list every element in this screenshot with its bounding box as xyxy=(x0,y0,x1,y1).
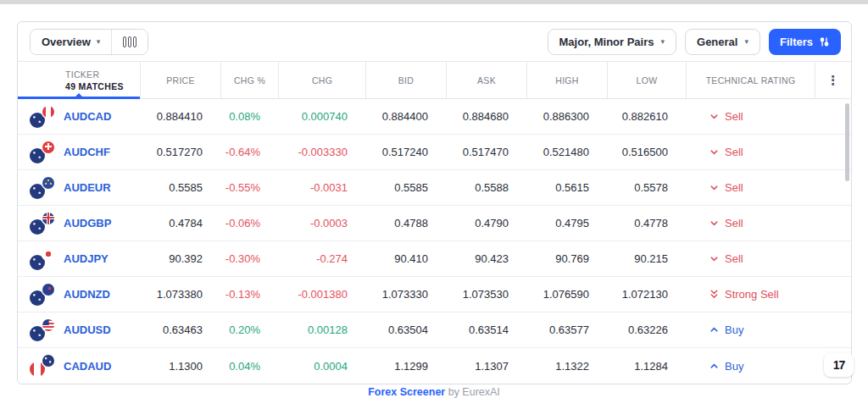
chg-cell: -0.274 xyxy=(279,241,366,276)
ask-cell: 1.1307 xyxy=(447,348,527,384)
chevron-down-icon: ▾ xyxy=(661,38,665,46)
rating-label: Sell xyxy=(725,181,743,194)
vertical-scrollbar-thumb[interactable] xyxy=(845,103,849,181)
chg-cell: 0.0004 xyxy=(279,348,366,384)
column-header-price[interactable]: PRICE xyxy=(141,62,221,98)
ticker-cell: AUDNZD xyxy=(18,277,141,312)
ask-header-label: ASK xyxy=(477,75,496,86)
ask-cell: 0.5588 xyxy=(447,170,527,205)
ticker-symbol-link[interactable]: AUDCHF xyxy=(64,146,110,158)
rating-direction-icon xyxy=(709,253,720,264)
chg-cell: 0.000740 xyxy=(279,99,366,134)
low-cell: 0.882610 xyxy=(608,99,687,134)
column-header-high[interactable]: HIGH xyxy=(527,62,608,98)
row-spacer-cell xyxy=(815,241,851,276)
overview-dropdown[interactable]: Overview ▾ xyxy=(31,30,111,54)
table-row[interactable]: AUDNZD 1.073380 -0.13% -0.001380 1.07333… xyxy=(18,277,851,312)
quote-currency-flag-icon xyxy=(42,248,54,260)
table-body: AUDCAD 0.884410 0.08% 0.000740 0.884400 … xyxy=(18,99,851,384)
rating-cell: Sell xyxy=(687,206,815,240)
table-row[interactable]: AUDCAD 0.884410 0.08% 0.000740 0.884400 … xyxy=(18,99,851,135)
chevron-down-icon: ▾ xyxy=(744,38,748,46)
rating-cell: Sell xyxy=(687,135,815,169)
rating-label: Sell xyxy=(725,146,743,158)
rating-label: Sell xyxy=(725,252,743,265)
matches-count: 49 MATCHES xyxy=(65,81,124,91)
toolbar-right: Major, Minor Pairs ▾ General ▾ Filters xyxy=(548,29,841,55)
bid-cell: 1.073330 xyxy=(366,277,447,312)
quote-currency-flag-icon xyxy=(42,319,54,331)
table-row[interactable]: AUDUSD 0.63463 0.20% 0.00128 0.63504 0.6… xyxy=(18,312,851,348)
quote-currency-flag-icon xyxy=(42,106,54,118)
column-menu-button[interactable]: ⋮ xyxy=(815,62,851,98)
attribution-footer: Forex Screener by EurexAI xyxy=(0,386,868,398)
chg-pct-cell: 0.08% xyxy=(221,99,279,134)
table-row[interactable]: AUDCHF 0.517270 -0.64% -0.003330 0.51724… xyxy=(18,135,851,170)
forex-screener-widget: Overview ▾ Major, Minor Pairs ▾ General … xyxy=(17,21,852,384)
low-cell: 0.5578 xyxy=(608,170,687,205)
low-cell: 0.4778 xyxy=(608,206,687,240)
ticker-cell: AUDEUR xyxy=(18,170,141,205)
column-header-chg[interactable]: CHG xyxy=(279,62,366,98)
row-spacer-cell xyxy=(815,312,851,347)
chg-pct-cell: -0.64% xyxy=(221,135,279,169)
low-cell: 1.1284 xyxy=(608,348,687,384)
columns-layout-button[interactable] xyxy=(111,30,147,54)
kebab-menu-icon: ⋮ xyxy=(826,73,839,88)
rating-cell: Sell xyxy=(687,99,815,134)
ask-cell: 0.517470 xyxy=(447,135,527,169)
bid-cell: 0.4788 xyxy=(366,206,447,240)
ticker-cell: AUDGBP xyxy=(18,206,141,240)
ticker-cell: AUDCAD xyxy=(18,99,141,134)
tradingview-logo[interactable]: 17 xyxy=(824,353,854,377)
general-dropdown[interactable]: General ▾ xyxy=(685,29,760,55)
column-header-ask[interactable]: ASK xyxy=(447,62,527,98)
currency-pair-flags-icon xyxy=(30,319,55,341)
ticker-symbol-link[interactable]: AUDJPY xyxy=(64,252,108,265)
chg-pct-cell: -0.30% xyxy=(221,241,279,276)
bid-cell: 1.1299 xyxy=(366,348,447,384)
table-row[interactable]: AUDEUR 0.5585 -0.55% -0.0031 0.5585 0.55… xyxy=(18,170,851,206)
column-header-low[interactable]: LOW xyxy=(608,62,687,98)
ticker-symbol-link[interactable]: AUDEUR xyxy=(64,181,111,194)
table-row[interactable]: CADAUD 1.1300 0.04% 0.0004 1.1299 1.1307… xyxy=(18,348,851,384)
ticker-symbol-link[interactable]: AUDUSD xyxy=(64,323,111,336)
rating-cell: Sell xyxy=(687,241,815,276)
high-cell: 90.769 xyxy=(527,241,608,276)
chg-pct-cell: -0.13% xyxy=(221,277,279,312)
currency-pair-flags-icon xyxy=(30,284,55,306)
chg-cell: -0.0031 xyxy=(279,170,366,205)
technical-rating-header-label: TECHNICAL RATING xyxy=(706,75,796,86)
low-cell: 0.516500 xyxy=(608,135,687,169)
ticker-symbol-link[interactable]: AUDGBP xyxy=(64,217,111,229)
table-row[interactable]: AUDGBP 0.4784 -0.06% -0.0003 0.4788 0.47… xyxy=(18,206,851,241)
high-cell: 0.4795 xyxy=(527,206,608,240)
filters-button[interactable]: Filters xyxy=(769,29,841,55)
pairs-filter-dropdown[interactable]: Major, Minor Pairs ▾ xyxy=(548,29,677,55)
rating-direction-icon xyxy=(709,182,720,193)
ticker-symbol-link[interactable]: CADAUD xyxy=(64,360,111,373)
price-cell: 0.517270 xyxy=(141,135,221,169)
rating-label: Buy xyxy=(725,323,743,336)
ticker-header-label: TICKER xyxy=(65,69,99,80)
chg-pct-cell: -0.06% xyxy=(221,206,279,240)
chg-pct-header-label: CHG % xyxy=(234,75,265,86)
column-header-technical-rating[interactable]: TECHNICAL RATING xyxy=(687,62,815,98)
high-cell: 0.63577 xyxy=(527,312,608,347)
ticker-symbol-link[interactable]: AUDCAD xyxy=(64,110,111,123)
column-header-bid[interactable]: BID xyxy=(366,62,447,98)
high-cell: 0.5615 xyxy=(527,170,608,205)
ticker-cell: AUDCHF xyxy=(18,135,141,169)
rating-label: Sell xyxy=(725,217,743,229)
overview-label: Overview xyxy=(42,36,91,48)
quote-currency-flag-icon xyxy=(42,284,54,296)
column-header-chg-pct[interactable]: CHG % xyxy=(221,62,279,98)
currency-pair-flags-icon xyxy=(30,213,55,235)
forex-screener-link[interactable]: Forex Screener xyxy=(368,386,445,398)
columns-icon xyxy=(123,36,136,47)
column-header-ticker[interactable]: TICKER 49 MATCHES xyxy=(18,62,141,98)
ask-cell: 0.884680 xyxy=(447,99,527,134)
table-row[interactable]: AUDJPY 90.392 -0.30% -0.274 90.410 90.42… xyxy=(18,241,851,277)
rating-cell: Buy xyxy=(687,348,815,384)
ticker-symbol-link[interactable]: AUDNZD xyxy=(64,288,110,301)
